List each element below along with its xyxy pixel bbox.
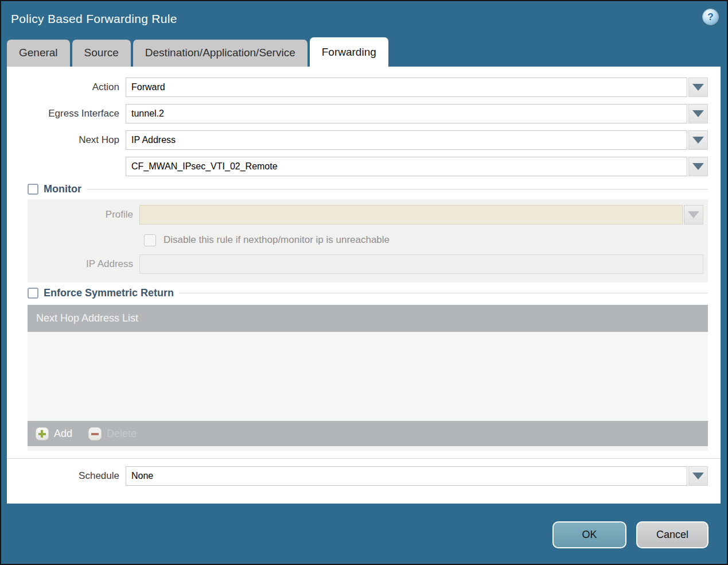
delete-button[interactable]: Delete	[88, 427, 137, 440]
monitor-checkbox[interactable]	[28, 184, 38, 195]
monitor-legend: Monitor	[28, 183, 87, 195]
dialog-title: Policy Based Forwarding Rule	[11, 12, 177, 26]
chevron-down-icon	[692, 110, 704, 117]
monitor-ip-address-row: IP Address	[28, 254, 703, 274]
enforce-symmetric-return-checkbox[interactable]	[28, 288, 38, 299]
monitor-title: Monitor	[44, 183, 81, 195]
action-dropdown-button[interactable]	[688, 78, 708, 97]
help-icon[interactable]: ?	[703, 9, 718, 25]
egress-interface-label: Egress Interface	[7, 108, 126, 119]
tab-general[interactable]: General	[7, 40, 70, 67]
next-hop-type-dropdown-button[interactable]	[688, 130, 708, 150]
chevron-down-icon	[692, 473, 704, 479]
tab-destination-application-service[interactable]: Destination/Application/Service	[133, 40, 307, 67]
schedule-dropdown-button[interactable]	[688, 466, 708, 486]
help-glyph: ?	[707, 11, 713, 23]
next-hop-address-list-toolbar: Add Delete	[28, 421, 708, 446]
egress-interface-dropdown-button[interactable]	[688, 104, 708, 123]
next-hop-address-list-body	[28, 332, 708, 421]
tab-source[interactable]: Source	[72, 40, 131, 67]
schedule-select[interactable]: None	[126, 466, 687, 486]
cancel-button[interactable]: Cancel	[636, 521, 708, 548]
schedule-row: Schedule None	[7, 466, 708, 486]
next-hop-address-list-table: Next Hop Address List Add Delete	[28, 305, 708, 451]
enforce-symmetric-return-group: Enforce Symmetric Return Next Hop Addres…	[28, 287, 708, 451]
pbf-rule-dialog: Policy Based Forwarding Rule ? General S…	[0, 0, 728, 565]
action-select[interactable]: Forward	[126, 78, 687, 97]
chevron-down-icon	[692, 137, 704, 144]
monitor-panel: Profile Disable this rule if nexthop/mon…	[28, 199, 708, 282]
action-label: Action	[7, 82, 126, 93]
next-hop-type-select[interactable]: IP Address	[126, 130, 687, 150]
enforce-symmetric-return-legend: Enforce Symmetric Return	[28, 287, 179, 299]
next-hop-row: Next Hop IP Address	[7, 130, 708, 150]
chevron-down-icon	[692, 84, 704, 91]
egress-interface-select[interactable]: tunnel.2	[126, 104, 687, 123]
dialog-titlebar: Policy Based Forwarding Rule	[1, 1, 727, 37]
profile-label: Profile	[28, 209, 139, 220]
profile-select[interactable]	[139, 205, 683, 225]
action-row: Action Forward	[7, 78, 708, 97]
next-hop-address-select[interactable]: CF_MWAN_IPsec_VTI_02_Remote	[126, 157, 687, 176]
plus-icon	[36, 427, 49, 440]
profile-dropdown-button[interactable]	[684, 205, 703, 225]
chevron-down-icon	[692, 163, 704, 170]
ok-button[interactable]: OK	[552, 521, 626, 548]
delete-button-label: Delete	[107, 428, 137, 440]
profile-row: Profile	[28, 205, 703, 225]
chevron-down-icon	[688, 211, 699, 218]
monitor-ip-address-label: IP Address	[28, 258, 139, 270]
disable-rule-label: Disable this rule if nexthop/monitor ip …	[163, 234, 390, 246]
section-divider	[7, 458, 721, 459]
monitor-group: Monitor Profile Disable this rule if nex…	[28, 183, 708, 282]
next-hop-address-row: CF_MWAN_IPsec_VTI_02_Remote	[7, 157, 708, 176]
add-button-label: Add	[54, 428, 72, 440]
schedule-label: Schedule	[7, 470, 126, 482]
monitor-ip-address-input[interactable]	[139, 254, 703, 274]
dialog-footer: OK Cancel	[1, 521, 727, 548]
forwarding-tab-panel: Action Forward Egress Interface tunnel.2…	[7, 67, 721, 504]
enforce-symmetric-return-title: Enforce Symmetric Return	[44, 287, 174, 299]
disable-rule-row: Disable this rule if nexthop/monitor ip …	[144, 234, 708, 246]
add-button[interactable]: Add	[36, 427, 72, 440]
next-hop-address-dropdown-button[interactable]	[688, 157, 708, 176]
next-hop-address-list-header: Next Hop Address List	[28, 305, 708, 332]
next-hop-label: Next Hop	[7, 134, 126, 146]
minus-icon	[88, 427, 102, 440]
egress-interface-row: Egress Interface tunnel.2	[7, 104, 708, 123]
disable-rule-checkbox[interactable]	[144, 234, 156, 246]
tab-bar: General Source Destination/Application/S…	[1, 37, 727, 67]
tab-forwarding[interactable]: Forwarding	[310, 37, 388, 67]
